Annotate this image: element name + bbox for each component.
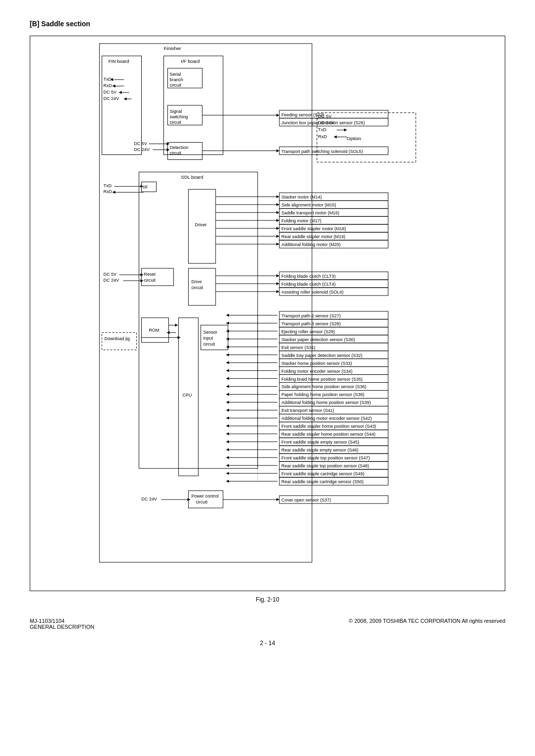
rear-staple-cartridge: Rear saddle staple cartridge sensor (S50… — [281, 479, 364, 484]
svg-marker-77 — [276, 282, 279, 285]
fold-blade-clt3: Folding blade clutch (CLT3) — [281, 274, 336, 279]
svg-text:input: input — [203, 336, 213, 341]
diagram-inner: Finisher Option DC 5V DC 24V TxD RxD FIN — [35, 41, 500, 586]
rxd-fin: RxD — [104, 83, 112, 88]
transport2-sensor: Transport path-2 sensor (S27) — [281, 313, 341, 318]
svg-text:circuit: circuit — [196, 500, 208, 504]
saddle-transport-motor: Saddle transport motor (M16) — [281, 210, 339, 215]
svg-marker-110 — [226, 353, 229, 356]
serial-branch-label: Serial — [169, 72, 181, 77]
svg-marker-60 — [276, 235, 279, 238]
svg-marker-45 — [276, 195, 279, 198]
if-small-label: I/F — [143, 185, 149, 190]
add-fold-encoder: Additional folding motor encoder sensor … — [281, 416, 372, 421]
rear-staple-top: Rear saddle staple top position sensor (… — [281, 463, 369, 468]
transport3-sensor: Transport path-3 sensor (S28) — [281, 321, 341, 326]
svg-marker-128 — [226, 401, 229, 403]
svg-marker-163 — [187, 498, 190, 501]
svg-marker-122 — [226, 385, 229, 388]
svg-marker-16 — [112, 85, 115, 88]
svg-marker-98 — [226, 322, 229, 325]
svg-marker-35 — [276, 150, 279, 152]
side-align-motor: Side alignment motor (M15) — [281, 202, 336, 207]
svg-marker-134 — [226, 416, 229, 419]
svg-marker-5 — [344, 129, 347, 132]
svg-marker-31 — [276, 114, 279, 117]
detection-circuit-label: Detection — [169, 145, 188, 150]
folding-motor: Folding motor (M17) — [281, 218, 321, 223]
diagram-wrapper: Finisher Option DC 5V DC 24V TxD RxD FIN — [30, 36, 505, 591]
svg-text:circuit: circuit — [169, 120, 181, 125]
svg-marker-51 — [276, 211, 279, 214]
txd-fin: TxD — [104, 77, 112, 82]
svg-text:circuit: circuit — [191, 285, 203, 290]
front-staple-top: Front saddle staple top position sensor … — [281, 455, 370, 460]
svg-marker-107 — [226, 346, 229, 349]
transport-solenoid: Transport path switching solenoid (SOL5) — [281, 149, 363, 154]
power-control-label: Power control — [191, 494, 218, 499]
svg-marker-146 — [226, 448, 229, 451]
svg-marker-63 — [276, 243, 279, 246]
svg-marker-155 — [226, 472, 229, 475]
svg-marker-95 — [226, 314, 229, 317]
svg-marker-152 — [226, 464, 229, 467]
dc24v-reset: DC 24V — [104, 278, 119, 283]
footer-model: MJ-1103/1104 — [30, 618, 94, 624]
svg-marker-68 — [141, 273, 144, 276]
svg-marker-57 — [276, 227, 279, 230]
svg-rect-65 — [142, 268, 174, 286]
rxd-option: RxD — [318, 134, 327, 139]
svg-marker-113 — [226, 361, 229, 364]
svg-marker-104 — [226, 338, 229, 341]
svg-text:circuit: circuit — [144, 278, 156, 283]
dc24v-fin: DC 24V — [104, 96, 119, 101]
front-staple-cartridge: Front saddle staple cartridge sensor (S4… — [281, 471, 365, 476]
fold-blade-clt4: Folding blade clutch (CLT4) — [281, 282, 336, 287]
rear-staple-empty: Rear saddle staple empty sensor (S46) — [281, 448, 359, 453]
fold-motor-encoder: Folding motor encoder sensor (S34) — [281, 369, 353, 374]
svg-marker-158 — [226, 480, 229, 483]
svg-marker-140 — [226, 432, 229, 435]
signal-switching-label: Signal — [169, 109, 182, 114]
fold-braid-home: Folding braid home position sensor (S35) — [281, 377, 363, 382]
svg-text:circuit: circuit — [169, 151, 181, 156]
download-jig-label: Download jig — [105, 336, 130, 341]
exit-sensor: Exit sensor (S31) — [281, 345, 316, 350]
svg-marker-70 — [141, 279, 144, 282]
svg-rect-8 — [102, 56, 142, 155]
exit-transport-sensor: Exit transport sensor (S41) — [281, 408, 334, 413]
dc24v-bottom: DC 24V — [142, 497, 157, 502]
saddle-tray-sensor: Saddle tray paper detection sensor (S32) — [281, 353, 363, 358]
dc5v-detect: DC 5V — [134, 141, 147, 146]
svg-marker-74 — [276, 274, 279, 277]
footer-left: MJ-1103/1104 GENERAL DESCRIPTION — [30, 618, 94, 630]
front-saddle-motor: Front saddle stapler motor (M18) — [281, 226, 346, 231]
svg-marker-137 — [226, 424, 229, 427]
svg-rect-0 — [100, 44, 312, 562]
txd-sdl: TxD — [104, 183, 112, 188]
svg-marker-149 — [226, 456, 229, 459]
rxd-sdl: RxD — [104, 189, 112, 194]
fin-board-label: FIN board — [108, 58, 129, 64]
front-saddle-stapler-home: Front saddle stapler home position senso… — [281, 424, 376, 429]
svg-text:circuit: circuit — [203, 342, 215, 347]
svg-marker-86 — [166, 331, 169, 334]
svg-marker-125 — [226, 393, 229, 396]
assist-roller-sol: Assisting roller solenoid (SOL6) — [281, 290, 344, 295]
finisher-label: Finisher — [163, 46, 181, 51]
stacker-paper-sensor: Stacker paper detection sensor (S30) — [281, 337, 355, 342]
sdl-board-label: SDL board — [181, 174, 203, 180]
add-folding-motor: Additional folding motor (M20) — [281, 242, 341, 247]
driver-label: Driver — [195, 222, 207, 227]
stacker-home-sensor: Stacker home position sensor (S33) — [281, 361, 352, 366]
svg-marker-119 — [226, 377, 229, 380]
add-fold-home: Additional folding home position sensor … — [281, 400, 371, 405]
svg-marker-84 — [175, 324, 178, 327]
feeding-sensor: Feeding sensor (S22) — [281, 112, 324, 117]
ejecting-sensor: Ejecting roller sensor (S29) — [281, 329, 335, 334]
svg-marker-18 — [119, 91, 122, 94]
reset-circuit-label: Reset — [144, 272, 156, 277]
svg-marker-48 — [276, 203, 279, 206]
svg-marker-101 — [226, 330, 229, 333]
svg-rect-87 — [102, 333, 137, 350]
